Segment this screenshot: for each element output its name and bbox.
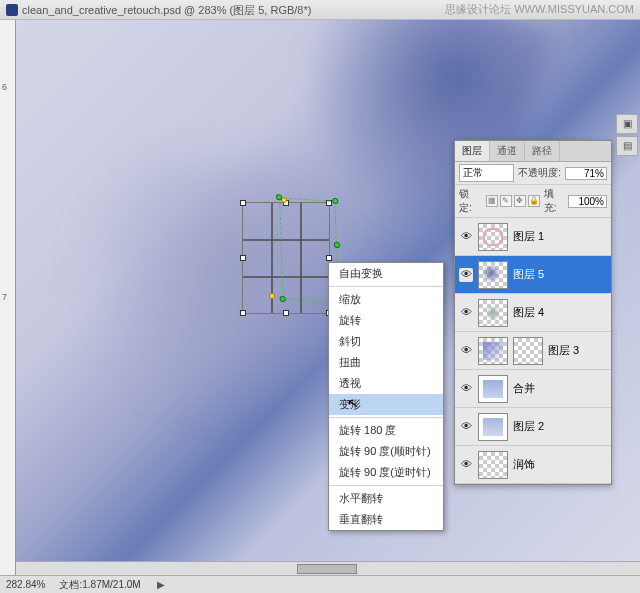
scrollbar-thumb[interactable]: [297, 564, 357, 574]
menu-rotate-180[interactable]: 旋转 180 度: [329, 420, 443, 441]
layer-row[interactable]: 👁 图层 1: [455, 218, 611, 256]
layer-thumbnail[interactable]: [478, 337, 508, 365]
warp-handle[interactable]: [269, 293, 275, 299]
panel-tabs: 图层 通道 路径: [455, 141, 611, 162]
tab-paths[interactable]: 路径: [525, 141, 560, 161]
menu-perspective[interactable]: 透视: [329, 373, 443, 394]
menu-flip-vertical[interactable]: 垂直翻转: [329, 509, 443, 530]
toolbar-button[interactable]: ▤: [616, 136, 638, 156]
menu-rotate[interactable]: 旋转: [329, 310, 443, 331]
transform-handle[interactable]: [283, 310, 289, 316]
fill-input[interactable]: 100%: [568, 195, 607, 208]
layer-thumbnail[interactable]: [478, 261, 508, 289]
transform-handle[interactable]: [240, 310, 246, 316]
layer-name[interactable]: 图层 4: [513, 305, 544, 320]
fill-label: 填充:: [544, 187, 565, 215]
menu-skew[interactable]: 斜切: [329, 331, 443, 352]
transform-handle[interactable]: [240, 200, 246, 206]
layer-thumbnail[interactable]: [478, 375, 508, 403]
layer-name[interactable]: 图层 1: [513, 229, 544, 244]
free-transform-bounds[interactable]: [242, 202, 330, 314]
transform-handle[interactable]: [240, 255, 246, 261]
warp-handle[interactable]: [332, 198, 338, 204]
lock-pixels-icon[interactable]: ✎: [500, 195, 512, 207]
layer-name[interactable]: 图层 2: [513, 419, 544, 434]
menu-rotate-90-cw[interactable]: 旋转 90 度(顺时针): [329, 441, 443, 462]
layer-thumbnail[interactable]: [478, 223, 508, 251]
visibility-icon[interactable]: 👁: [459, 268, 473, 282]
opacity-label: 不透明度:: [518, 166, 561, 180]
warp-handle[interactable]: [276, 194, 282, 200]
layer-thumbnail[interactable]: [478, 413, 508, 441]
layer-row[interactable]: 👁 图层 2: [455, 408, 611, 446]
ps-file-icon: [6, 4, 18, 16]
visibility-icon[interactable]: 👁: [459, 420, 473, 434]
layer-name[interactable]: 合并: [513, 381, 535, 396]
status-menu-arrow-icon[interactable]: ▶: [157, 579, 165, 590]
layer-row[interactable]: 👁 合并: [455, 370, 611, 408]
tab-channels[interactable]: 通道: [490, 141, 525, 161]
layer-name[interactable]: 润饰: [513, 457, 535, 472]
cursor-icon: ↖: [346, 394, 361, 412]
lock-all-icon[interactable]: 🔒: [528, 195, 540, 207]
status-zoom[interactable]: 282.84%: [6, 579, 45, 590]
watermark-text: 思缘设计论坛 WWW.MISSYUAN.COM: [445, 2, 634, 17]
layer-row[interactable]: 👁 图层 5: [455, 256, 611, 294]
horizontal-scrollbar[interactable]: [16, 561, 640, 575]
layers-panel[interactable]: 图层 通道 路径 正常 不透明度: 71% 锁定: ▦ ✎ ✥ 🔒 填充: 10…: [454, 140, 612, 485]
tab-layers[interactable]: 图层: [455, 141, 490, 161]
menu-rotate-90-ccw[interactable]: 旋转 90 度(逆时针): [329, 462, 443, 483]
visibility-icon[interactable]: 👁: [459, 382, 473, 396]
menu-scale[interactable]: 缩放: [329, 289, 443, 310]
layer-name[interactable]: 图层 5: [513, 267, 544, 282]
layer-row[interactable]: 👁 润饰: [455, 446, 611, 484]
lock-label: 锁定:: [459, 187, 480, 215]
layer-list[interactable]: 👁 图层 1 👁 图层 5 👁 图层 4 👁 图层 3 👁 合并 👁: [455, 218, 611, 484]
toolbar-button[interactable]: ▣: [616, 114, 638, 134]
lock-position-icon[interactable]: ✥: [514, 195, 526, 207]
layer-name[interactable]: 图层 3: [548, 343, 579, 358]
visibility-icon[interactable]: 👁: [459, 344, 473, 358]
status-doc-label: 文档:1.87M/21.0M: [59, 578, 140, 592]
opacity-input[interactable]: 71%: [565, 167, 607, 180]
menu-distort[interactable]: 扭曲: [329, 352, 443, 373]
warp-handle[interactable]: [334, 242, 340, 248]
layer-row[interactable]: 👁 图层 3: [455, 332, 611, 370]
menu-flip-horizontal[interactable]: 水平翻转: [329, 488, 443, 509]
title-filename: clean_and_creative_retouch.psd @ 283% (图…: [22, 0, 311, 20]
vertical-ruler: 6 7: [0, 20, 16, 575]
layer-row[interactable]: 👁 图层 4: [455, 294, 611, 332]
right-mini-toolbar: ▣ ▤: [614, 114, 640, 156]
layer-mask-thumbnail[interactable]: [513, 337, 543, 365]
visibility-icon[interactable]: 👁: [459, 306, 473, 320]
visibility-icon[interactable]: 👁: [459, 458, 473, 472]
visibility-icon[interactable]: 👁: [459, 230, 473, 244]
menu-free-transform[interactable]: 自由变换: [329, 263, 443, 284]
layer-thumbnail[interactable]: [478, 299, 508, 327]
status-bar: 282.84% 文档:1.87M/21.0M ▶: [0, 575, 640, 593]
layer-thumbnail[interactable]: [478, 451, 508, 479]
lock-buttons: ▦ ✎ ✥ 🔒: [484, 195, 540, 207]
warp-handle[interactable]: [280, 296, 286, 302]
blend-mode-select[interactable]: 正常: [459, 164, 514, 182]
lock-transparency-icon[interactable]: ▦: [486, 195, 498, 207]
